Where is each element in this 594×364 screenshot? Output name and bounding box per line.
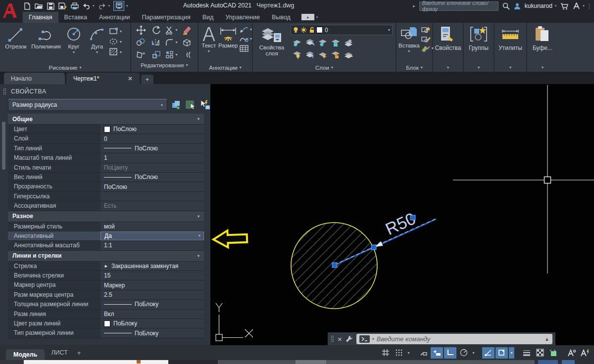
- workspace-icon[interactable]: [113, 1, 124, 11]
- username[interactable]: kukunarod: [525, 2, 552, 9]
- layer-states-icon[interactable]: [344, 39, 353, 47]
- polyline-button[interactable]: Полилиния: [31, 25, 61, 49]
- layer-freeze-icon[interactable]: [318, 39, 328, 47]
- panel-layers-label[interactable]: Слои▾: [253, 63, 396, 72]
- selection-cycling-icon[interactable]: [547, 347, 559, 359]
- ellipse-dropdown-icon[interactable]: ▾: [120, 40, 122, 44]
- layer-unisolate-icon[interactable]: [305, 39, 315, 47]
- property-row[interactable]: Гиперссылка: [8, 192, 204, 201]
- property-row[interactable]: Маркер центраМаркер: [8, 280, 204, 290]
- trim-icon[interactable]: ▾: [165, 26, 177, 35]
- property-row[interactable]: Цвет разм линийПоБлоку: [8, 319, 204, 328]
- ribbon-tab[interactable]: Аннотации: [93, 12, 136, 23]
- autocad-logo[interactable]: [0, 0, 19, 21]
- property-row[interactable]: Разм маркера центра2.5: [8, 290, 204, 300]
- ortho-mode-icon[interactable]: [444, 347, 456, 359]
- layer-paint-icon[interactable]: [344, 50, 353, 59]
- property-value[interactable]: [100, 192, 204, 201]
- command-customize-icon[interactable]: [346, 335, 353, 342]
- drawing-viewport[interactable]: R50: [210, 84, 594, 345]
- save-icon[interactable]: [47, 2, 55, 10]
- table-icon[interactable]: [239, 45, 249, 52]
- object-snap-icon[interactable]: [495, 347, 508, 359]
- property-value[interactable]: ПоСлою: [100, 173, 204, 182]
- layer-off-icon[interactable]: [292, 50, 302, 59]
- groups-button[interactable]: Группы: [464, 23, 494, 63]
- panel-edit-label[interactable]: Редактирование▾: [131, 61, 198, 69]
- close-tab-icon[interactable]: ✕: [128, 75, 133, 82]
- property-value[interactable]: ПоЦвету: [100, 163, 204, 172]
- undo-dropdown-icon[interactable]: ▾: [93, 4, 95, 8]
- property-row[interactable]: ЦветПоСлою: [8, 125, 204, 134]
- revcloud-dropdown-icon[interactable]: ▾: [250, 37, 252, 41]
- palette-header[interactable]: СВОЙСТВА: [0, 84, 210, 98]
- property-row[interactable]: Разм линияВкл: [8, 310, 204, 319]
- edit-block-icon[interactable]: [421, 35, 434, 43]
- open-file-icon[interactable]: [35, 2, 43, 10]
- property-value[interactable]: ПоСлою: [100, 144, 204, 153]
- property-value[interactable]: 2.5: [100, 290, 204, 299]
- trim-dropdown-icon[interactable]: ▾: [175, 28, 177, 32]
- insert-block-button[interactable]: Вставка ▾: [398, 25, 420, 53]
- block-attributes-icon[interactable]: ▾: [421, 45, 434, 52]
- erase-icon[interactable]: [182, 25, 192, 35]
- rectangle-dropdown-icon[interactable]: ▾: [120, 29, 122, 34]
- property-row[interactable]: Масштаб типа линий1: [8, 153, 204, 163]
- leader-icon[interactable]: [239, 26, 249, 33]
- model-tab[interactable]: Модель: [6, 349, 45, 360]
- property-value[interactable]: 15: [100, 271, 204, 280]
- array-dropdown-icon[interactable]: ▾: [175, 52, 177, 57]
- hatch-dropdown-icon[interactable]: ▾: [120, 50, 122, 54]
- qat-dropdown-icon[interactable]: ▾: [126, 4, 128, 8]
- flyout-arrow-icon[interactable]: ▸: [413, 3, 415, 8]
- panel-properties-expand[interactable]: ▾: [433, 63, 463, 72]
- osnap-dropdown-icon[interactable]: ▾: [509, 347, 514, 359]
- leader-dropdown-icon[interactable]: ▾: [250, 27, 252, 32]
- layer-match-icon[interactable]: [305, 50, 315, 59]
- quick-select-icon[interactable]: [171, 99, 182, 110]
- circle-button[interactable]: Круг ▾: [62, 25, 85, 54]
- rectangle-icon[interactable]: [109, 27, 119, 36]
- user-dropdown-icon[interactable]: ▾: [555, 4, 557, 8]
- new-tab-button[interactable]: +: [141, 75, 153, 84]
- file-tab-start[interactable]: Начало: [4, 73, 65, 84]
- property-row[interactable]: АннотативныйДа▾: [8, 231, 204, 241]
- line-button[interactable]: Отрезок: [2, 25, 30, 49]
- ribbon-minimize-button[interactable]: ▲: [301, 14, 314, 20]
- property-value[interactable]: Вкл: [100, 310, 204, 318]
- panel-utilities-expand[interactable]: ▾: [495, 63, 526, 72]
- command-history-icon[interactable]: ▾: [372, 337, 374, 341]
- property-value[interactable]: ПоСлою: [100, 125, 204, 134]
- mirror-icon[interactable]: [151, 38, 161, 46]
- panel-block-label[interactable]: Блок▾: [396, 63, 432, 72]
- ribbon-tab[interactable]: Вставка: [58, 12, 93, 23]
- command-prompt-icon[interactable]: [359, 335, 370, 343]
- palette-grip-icon[interactable]: [3, 88, 6, 95]
- clipboard-button[interactable]: Буфе...: [527, 23, 558, 63]
- property-section-header[interactable]: Общие▾: [8, 114, 204, 125]
- snap-mode-icon[interactable]: [431, 347, 443, 359]
- panel-annotate-label[interactable]: Аннотации▾: [198, 63, 252, 72]
- annotation-visibility-icon[interactable]: [565, 347, 578, 359]
- property-row[interactable]: ПрозрачностьПоСлою: [8, 182, 204, 191]
- object-snap-tracking-icon[interactable]: [482, 347, 495, 359]
- property-value[interactable]: Есть: [100, 201, 204, 210]
- layer-unlock-all-icon[interactable]: [331, 50, 341, 59]
- layout-tab[interactable]: ЛИСТ: [45, 349, 74, 356]
- redo-icon[interactable]: [98, 2, 106, 10]
- property-value[interactable]: ПоСлою: [100, 182, 204, 191]
- save-as-icon[interactable]: [58, 2, 67, 10]
- arc-dropdown-icon[interactable]: ▾: [96, 50, 98, 54]
- user-icon[interactable]: [514, 2, 521, 9]
- layer-lock-icon[interactable]: [331, 39, 341, 47]
- offset-icon[interactable]: [182, 50, 192, 59]
- properties-button[interactable]: Свойства: [433, 23, 463, 63]
- ribbon-minimize-dropdown-icon[interactable]: ▾: [316, 15, 318, 19]
- create-block-icon[interactable]: [421, 26, 434, 33]
- property-row[interactable]: Тип линийПоСлою: [8, 144, 204, 153]
- palette-scrollbar[interactable]: [2, 122, 5, 170]
- rotate-icon[interactable]: [151, 25, 161, 35]
- property-row[interactable]: Стрелка►Закрашенная замкнутая: [8, 262, 204, 271]
- property-row[interactable]: Размерный стильмой: [8, 222, 204, 231]
- transparency-icon[interactable]: [534, 347, 546, 359]
